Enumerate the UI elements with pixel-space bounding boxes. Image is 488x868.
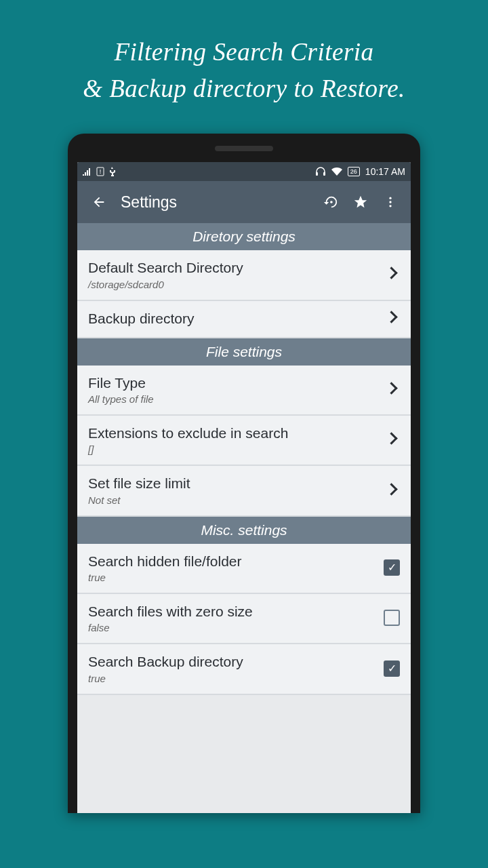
setting-sub: /storage/sdcard0 bbox=[88, 279, 387, 290]
status-right: 26 10:17 AM bbox=[315, 166, 405, 177]
setting-title: Default Search Directory bbox=[88, 258, 387, 277]
wifi-icon bbox=[331, 167, 342, 176]
signal-icon bbox=[83, 167, 92, 176]
setting-file-type[interactable]: File Type All types of file bbox=[77, 366, 411, 416]
setting-title: File Type bbox=[88, 374, 387, 392]
setting-title: Search Backup directory bbox=[88, 652, 384, 671]
restore-button[interactable] bbox=[316, 187, 346, 217]
promo-line2: & Backup directory to Restore. bbox=[14, 71, 474, 107]
setting-search-zero-size[interactable]: Search files with zero size false bbox=[77, 594, 411, 644]
checkbox-unchecked[interactable] bbox=[384, 610, 400, 626]
setting-file-size-limit[interactable]: Set file size limit Not set bbox=[77, 466, 411, 516]
battery-indicator: 26 bbox=[348, 167, 360, 176]
setting-search-backup-dir[interactable]: Search Backup directory true ✓ bbox=[77, 644, 411, 694]
more-vert-icon bbox=[384, 195, 397, 209]
star-icon bbox=[353, 195, 368, 210]
promo-line1: Filtering Search Criteria bbox=[14, 34, 474, 71]
svg-point-7 bbox=[389, 205, 391, 207]
restore-icon bbox=[323, 195, 338, 210]
phone-frame: ! 26 10:17 AM Settings bbox=[68, 134, 420, 813]
sim-alert-icon: ! bbox=[96, 167, 104, 176]
setting-sub: Not set bbox=[88, 494, 387, 506]
setting-title: Search files with zero size bbox=[88, 602, 384, 620]
phone-screen: ! 26 10:17 AM Settings bbox=[77, 162, 411, 813]
setting-search-hidden[interactable]: Search hidden file/folder true ✓ bbox=[77, 544, 411, 594]
favorite-button[interactable] bbox=[346, 187, 375, 217]
app-bar-title: Settings bbox=[121, 193, 316, 212]
status-left: ! bbox=[83, 167, 115, 176]
usb-icon bbox=[108, 167, 115, 176]
svg-rect-3 bbox=[323, 172, 325, 176]
back-button[interactable] bbox=[85, 189, 113, 216]
status-bar: ! 26 10:17 AM bbox=[77, 162, 411, 181]
svg-point-6 bbox=[389, 201, 391, 203]
phone-speaker bbox=[215, 146, 273, 151]
checkbox-checked[interactable]: ✓ bbox=[384, 660, 400, 677]
chevron-right-icon bbox=[387, 433, 400, 446]
check-icon: ✓ bbox=[388, 663, 396, 674]
chevron-right-icon bbox=[387, 268, 400, 280]
check-icon: ✓ bbox=[388, 562, 396, 573]
setting-extensions-exclude[interactable]: Extensions to exclude in search [] bbox=[77, 416, 411, 466]
setting-sub: [] bbox=[88, 443, 387, 455]
section-header-directory: Diretory settings bbox=[77, 223, 411, 250]
setting-title: Extensions to exclude in search bbox=[88, 424, 387, 442]
checkbox-checked[interactable]: ✓ bbox=[384, 559, 400, 576]
setting-title: Set file size limit bbox=[88, 474, 387, 492]
promo-text: Filtering Search Criteria & Backup direc… bbox=[0, 0, 488, 134]
chevron-right-icon bbox=[387, 312, 400, 324]
setting-title: Search hidden file/folder bbox=[88, 552, 384, 570]
chevron-right-icon bbox=[387, 484, 400, 496]
arrow-back-icon bbox=[92, 195, 106, 210]
svg-point-4 bbox=[330, 201, 333, 203]
setting-sub: All types of file bbox=[88, 393, 387, 405]
setting-backup-directory[interactable]: Backup directory bbox=[77, 301, 411, 338]
section-header-misc: Misc. settings bbox=[77, 517, 411, 544]
svg-rect-2 bbox=[316, 172, 318, 176]
overflow-button[interactable] bbox=[375, 187, 405, 217]
svg-point-5 bbox=[389, 197, 391, 199]
app-bar: Settings bbox=[77, 181, 411, 223]
section-header-file: File settings bbox=[77, 338, 411, 366]
setting-sub: true bbox=[88, 572, 384, 583]
svg-text:!: ! bbox=[100, 168, 102, 175]
headset-icon bbox=[315, 167, 326, 176]
setting-title: Backup directory bbox=[88, 309, 387, 328]
chevron-right-icon bbox=[387, 383, 400, 395]
setting-sub: true bbox=[88, 673, 384, 684]
status-time: 10:17 AM bbox=[365, 166, 405, 177]
setting-sub: false bbox=[88, 622, 384, 633]
setting-default-search-directory[interactable]: Default Search Directory /storage/sdcard… bbox=[77, 250, 411, 300]
